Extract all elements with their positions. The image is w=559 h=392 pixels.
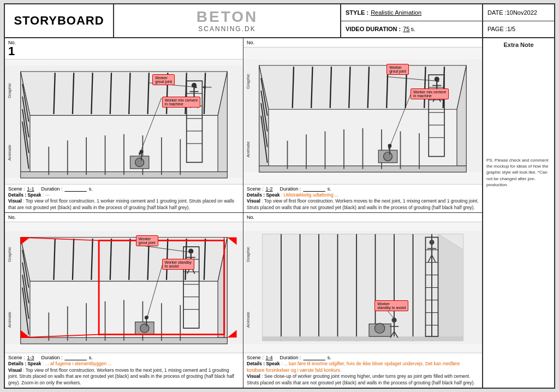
scene-1-drawing: Graphic Animate [5,59,243,185]
svg-point-125 [140,324,149,332]
sticky-note-2-1: Workergrout joint [386,64,409,75]
svg-point-126 [145,316,148,319]
scene-2-header: No. [243,38,482,47]
scene-2: No. Graphic Animate [243,38,482,213]
storyboard-page: STORYBOARD BETON SCANNING.DK STYLE : Rea… [4,3,555,389]
svg-rect-151 [263,336,463,341]
header-meta: STYLE : Realistic Animation VIDEO DURATI… [341,4,483,37]
scene-4: No. Graphic Animate [243,213,482,388]
header: STORYBOARD BETON SCANNING.DK STYLE : Rea… [5,4,554,38]
svg-point-160 [429,240,434,245]
svg-point-40 [140,150,144,153]
scene-2-info: Scene : 1-2 Duration : ________ s. Detai… [243,185,482,212]
svg-point-39 [135,158,144,167]
date-row: DATE : 10Nov2022 [483,4,554,21]
sidebar-title: Extra Note [486,41,551,48]
svg-marker-141 [438,234,463,341]
header-extra: DATE : 10Nov2022 PAGE : 1/5 [483,4,554,37]
svg-point-119 [188,248,193,253]
main-content: No. 1 Graphic Animate [5,38,554,388]
logo: BETON SCANNING.DK [114,4,341,37]
scene-3-info: Scene : 1-3 Duration : ________ s. Detai… [5,353,243,388]
sticky-note-1-1: Workergrout joint [152,74,175,85]
logo-beton: BETON [197,9,258,26]
scene-3: No. Graphic Animate [5,213,243,388]
scene-3-header: No. [5,213,243,222]
svg-point-82 [383,152,392,161]
svg-point-83 [388,144,392,148]
sticky-note-4-1: Workerstandby to assist [374,300,408,311]
sidebar-note: PS. Please check and comment the mockup … [486,157,551,188]
svg-point-166 [374,323,384,333]
svg-point-167 [391,318,396,323]
sticky-note-1-2: Worker mix cementin machine [162,97,200,108]
scene-2-drawing: Graphic Animate [243,47,482,185]
sticky-note-3-2: Worker standbyto assist [162,259,194,270]
svg-point-32 [192,83,197,88]
scene-1-info: Scene : 1-1 Duration : ________ s. Detai… [5,185,243,212]
page-row: PAGE : 1/5 [483,21,554,38]
page-title: STORYBOARD [5,4,114,37]
sticky-note-3-1: Workergrout joint [136,235,158,246]
scene-1-header: No. 1 [5,38,243,59]
scene-4-info: Scene : 1-4 Duration : ________ s. Detai… [243,353,482,388]
scene-3-drawing: Graphic Animate [5,222,243,353]
svg-point-76 [435,76,439,81]
scene-4-drawing: Graphic Animate [243,222,482,353]
sticky-note-2-2: Worker mix cementin machine [411,88,449,99]
scenes-grid: No. 1 Graphic Animate [5,38,483,388]
style-row: STYLE : Realistic Animation [341,4,482,21]
scene-1: No. 1 Graphic Animate [5,38,243,213]
logo-scanning: SCANNING.DK [197,26,258,33]
duration-row: VIDEO DURATION : 75 s. [341,21,482,38]
scene-4-header: No. [243,213,482,222]
sidebar: Extra Note PS. Please check and comment … [483,38,554,388]
